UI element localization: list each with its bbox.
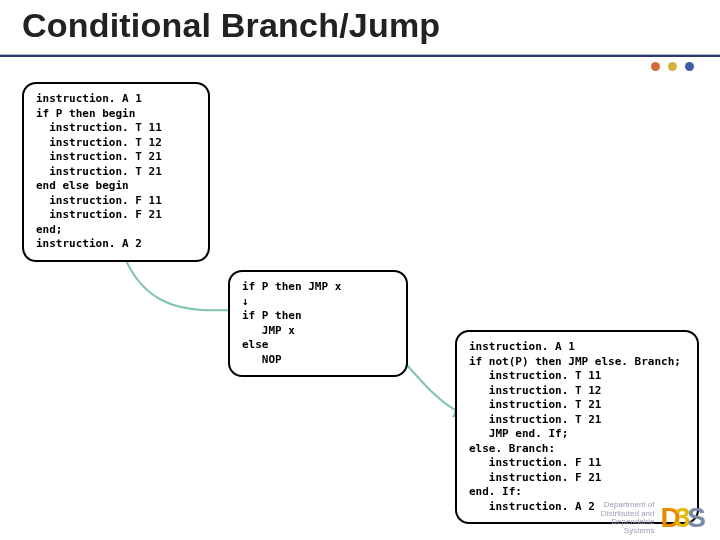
logo-letter-s: S [687, 502, 706, 534]
footer-line: Systems [601, 527, 655, 536]
code-box-result: instruction. A 1 if not(P) then JMP else… [455, 330, 699, 524]
dot-icon [685, 62, 694, 71]
slide: Conditional Branch/Jump instruction. A 1… [0, 0, 720, 540]
footer-text: Department of Distributed and Dependable… [601, 501, 655, 536]
dot-icon [651, 62, 660, 71]
dot-icon [668, 62, 677, 71]
slide-title: Conditional Branch/Jump [22, 6, 440, 45]
d3s-logo: D 3 S [661, 502, 707, 534]
code-box-transform: if P then JMP x ↓ if P then JMP x else N… [228, 270, 408, 377]
decorative-dots [651, 62, 694, 71]
footer: Department of Distributed and Dependable… [601, 501, 706, 536]
title-underline [0, 54, 720, 57]
code-box-source: instruction. A 1 if P then begin instruc… [22, 82, 210, 262]
